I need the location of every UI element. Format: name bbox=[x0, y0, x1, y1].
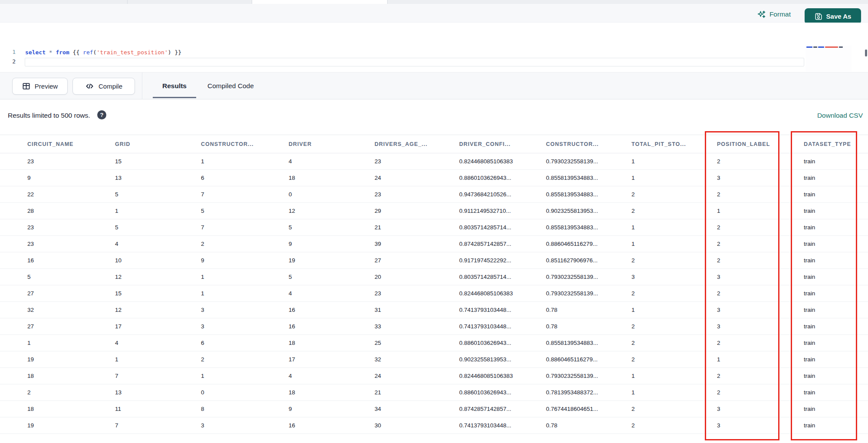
table-cell: 24 bbox=[347, 170, 434, 186]
table-cell: 12 bbox=[87, 269, 174, 285]
table-cell: 2 bbox=[0, 384, 87, 401]
table-cell: 18 bbox=[0, 368, 87, 384]
table-cell: 0.7413793103448... bbox=[434, 302, 521, 318]
table-cell: 16 bbox=[260, 302, 347, 318]
column-header: DRIVERS_AGE_... bbox=[347, 135, 434, 153]
code-token: }} bbox=[171, 49, 181, 56]
table-cell: 1 bbox=[174, 269, 260, 285]
code-token: ) bbox=[168, 49, 171, 56]
table-cell: 23 bbox=[347, 285, 434, 302]
save-as-label: Save As bbox=[826, 13, 852, 20]
annotation-box-position-label bbox=[705, 131, 779, 440]
code-token: from bbox=[56, 49, 69, 56]
table-cell: 31 bbox=[347, 302, 434, 318]
table-cell: 0.7674418604651... bbox=[521, 401, 608, 417]
table-cell: 2 bbox=[608, 186, 694, 203]
table-cell: 18 bbox=[260, 335, 347, 351]
table-cell: 0 bbox=[174, 384, 260, 401]
table-cell: 21 bbox=[347, 384, 434, 401]
table-cell: 2 bbox=[608, 335, 694, 351]
format-button[interactable]: Format bbox=[757, 10, 791, 19]
table-cell: 1 bbox=[87, 203, 174, 219]
table-cell: 4 bbox=[87, 335, 174, 351]
ide-page: Format Save As 1 2 select * from {{ ref(… bbox=[0, 0, 868, 443]
active-line-highlight bbox=[25, 58, 804, 66]
code-icon bbox=[85, 82, 94, 90]
table-cell: 16 bbox=[0, 252, 87, 269]
table-cell: 0.8742857142857... bbox=[434, 401, 521, 417]
table-cell: 16 bbox=[260, 417, 347, 434]
table-cell: 30 bbox=[347, 417, 434, 434]
table-cell: 3 bbox=[174, 417, 260, 434]
table-cell: 19 bbox=[0, 351, 87, 368]
table-cell: 21 bbox=[347, 219, 434, 236]
table-cell: 0.7930232558139... bbox=[521, 153, 608, 170]
table-cell: 3 bbox=[174, 302, 260, 318]
editor-scrollbar[interactable] bbox=[865, 50, 867, 56]
table-cell: 1 bbox=[608, 219, 694, 236]
table-cell: 0 bbox=[260, 186, 347, 203]
table-cell: 0.7413793103448... bbox=[434, 318, 521, 335]
table-cell: 13 bbox=[87, 384, 174, 401]
table-cell: 25 bbox=[347, 335, 434, 351]
table-cell: 1 bbox=[608, 384, 694, 401]
table-cell: 13 bbox=[87, 170, 174, 186]
table-cell: 12 bbox=[260, 203, 347, 219]
table-cell: 0.8860465116279... bbox=[521, 351, 608, 368]
table-cell: 5 bbox=[87, 219, 174, 236]
table-cell: 2 bbox=[608, 401, 694, 417]
tab-results-label: Results bbox=[162, 82, 187, 90]
table-cell: 27 bbox=[0, 285, 87, 302]
results-tabs: Results Compiled Code bbox=[152, 73, 264, 99]
table-cell: 19 bbox=[0, 417, 87, 434]
save-as-button[interactable]: Save As bbox=[805, 8, 861, 24]
table-cell: 23 bbox=[347, 186, 434, 203]
table-cell: 23 bbox=[0, 236, 87, 252]
editor-minimap[interactable] bbox=[806, 46, 852, 72]
code-token: select bbox=[25, 49, 46, 56]
table-cell: 2 bbox=[608, 203, 694, 219]
table-cell: 32 bbox=[0, 302, 87, 318]
column-header: TOTAL_PIT_STO... bbox=[608, 135, 694, 153]
table-cell: 0.7813953488372... bbox=[521, 384, 608, 401]
table-cell: 0.7930232558139... bbox=[521, 269, 608, 285]
table-cell: 5 bbox=[87, 186, 174, 203]
table-cell: 0.8860103626943... bbox=[434, 384, 521, 401]
table-cell: 17 bbox=[87, 318, 174, 335]
table-cell: 0.9171974522292... bbox=[434, 252, 521, 269]
column-header: CONSTRUCTOR... bbox=[174, 135, 260, 153]
download-csv-link[interactable]: Download CSV bbox=[817, 112, 863, 119]
active-file-tab[interactable] bbox=[252, 0, 388, 4]
compile-button[interactable]: Compile bbox=[72, 78, 135, 95]
table-cell: 9 bbox=[260, 401, 347, 417]
table-cell: 9 bbox=[174, 252, 260, 269]
table-cell: 7 bbox=[87, 368, 174, 384]
action-bar-divider bbox=[142, 73, 142, 99]
top-tab-strip bbox=[0, 0, 868, 4]
table-cell: 0.8558139534883... bbox=[521, 219, 608, 236]
tab-results[interactable]: Results bbox=[152, 73, 197, 99]
table-cell: 0.78 bbox=[521, 302, 608, 318]
sparkles-icon bbox=[757, 10, 766, 19]
table-cell: 1 bbox=[608, 153, 694, 170]
table-cell: 15 bbox=[87, 153, 174, 170]
tab-compiled-code[interactable]: Compiled Code bbox=[197, 73, 264, 99]
table-cell: 7 bbox=[174, 219, 260, 236]
table-cell: 0.8860103626943... bbox=[434, 170, 521, 186]
table-grid-icon bbox=[22, 82, 30, 90]
table-cell: 27 bbox=[0, 318, 87, 335]
table-cell: 23 bbox=[0, 153, 87, 170]
table-cell: 33 bbox=[347, 318, 434, 335]
sql-editor[interactable]: 1 2 select * from {{ ref('train_test_pos… bbox=[0, 23, 868, 72]
table-cell: 12 bbox=[87, 302, 174, 318]
table-cell: 0.8558139534883... bbox=[521, 335, 608, 351]
preview-button[interactable]: Preview bbox=[12, 78, 68, 95]
table-cell: 0.824468085106383 bbox=[434, 368, 521, 384]
code-token bbox=[46, 49, 49, 56]
compile-label: Compile bbox=[99, 83, 122, 90]
table-cell: 17 bbox=[260, 351, 347, 368]
table-cell: 18 bbox=[260, 170, 347, 186]
help-icon[interactable]: ? bbox=[97, 110, 106, 119]
save-icon bbox=[815, 13, 822, 20]
table-cell: 0.824468085106383 bbox=[434, 285, 521, 302]
